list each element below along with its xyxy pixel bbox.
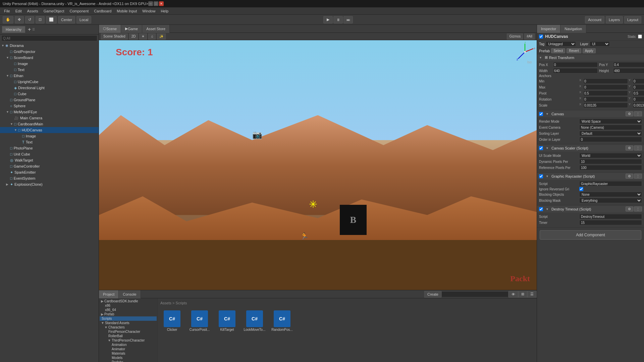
asset-cursorposit[interactable]: C# CursorPosit... bbox=[188, 310, 211, 331]
create-button[interactable]: Create bbox=[424, 291, 441, 298]
proj-cardboardsdk[interactable]: ▶ CardboardSDK.bundle bbox=[100, 299, 157, 303]
destroy-more-btn[interactable]: ⋮ bbox=[634, 206, 642, 212]
hier-text[interactable]: □ Text bbox=[0, 67, 99, 73]
proj-thirdpersonchar[interactable]: ▼ThirdPersonCharacter bbox=[100, 338, 157, 343]
hier-cardboardmain[interactable]: ▼ □ CardboardMain bbox=[0, 121, 99, 127]
move-tool-button[interactable]: ✥ bbox=[15, 16, 24, 23]
hier-photoplane[interactable]: □ PhotoPlane bbox=[0, 145, 99, 151]
hierarchy-add-button[interactable]: + bbox=[28, 26, 31, 33]
raycaster-script-input[interactable] bbox=[579, 181, 642, 186]
scaler-script-button[interactable]: ⚙ bbox=[626, 145, 633, 150]
hier-image[interactable]: □ Image bbox=[0, 61, 99, 67]
layers-button[interactable]: Layers bbox=[606, 16, 623, 23]
layout-button[interactable]: Layout bbox=[624, 16, 641, 23]
hier-gamecontroller[interactable]: □ GameController bbox=[0, 163, 99, 169]
pos-y-input[interactable] bbox=[613, 62, 644, 67]
scene-view[interactable]: Score: 1 📷 ✳ B 🏃 bbox=[99, 40, 537, 290]
width-input[interactable] bbox=[553, 68, 598, 73]
asset-lookmoveto[interactable]: C# LookMoveTo... bbox=[243, 310, 266, 331]
options-small-button[interactable]: ☰ bbox=[527, 291, 537, 298]
proj-materials[interactable]: Materials bbox=[100, 351, 157, 356]
proj-standardassets[interactable]: ▼ Standard Assets bbox=[100, 321, 157, 325]
menu-help[interactable]: Help bbox=[158, 8, 171, 14]
project-tab[interactable]: Project bbox=[99, 290, 119, 298]
graphic-raycaster-header[interactable]: ▼ Graphic Raycaster (Script) ⚙ ⋮ bbox=[537, 173, 644, 180]
account-button[interactable]: Account bbox=[585, 16, 604, 23]
proj-prefab[interactable]: ▶ Prefab bbox=[100, 312, 157, 316]
proj-x86-64[interactable]: x86_64 bbox=[100, 308, 157, 312]
inspector-tab[interactable]: Inspector bbox=[537, 25, 560, 33]
layout-small-button[interactable]: ⊞ bbox=[518, 291, 527, 298]
raycaster-enabled[interactable] bbox=[539, 174, 543, 178]
pivot-x-input[interactable] bbox=[583, 90, 628, 96]
scale-y-input[interactable] bbox=[633, 103, 644, 108]
select-button[interactable]: Select bbox=[551, 48, 565, 53]
hier-uprightcube[interactable]: □ UprightCube bbox=[0, 79, 99, 85]
fx-button[interactable]: ✨ bbox=[157, 34, 166, 40]
2d-button[interactable]: 2D bbox=[129, 34, 138, 40]
hier-ethan[interactable]: ▼ □ Ethan bbox=[0, 73, 99, 79]
scene-tab[interactable]: ⬡ Scene bbox=[99, 25, 121, 33]
hier-maincamera[interactable]: 🎥 Main Camera bbox=[0, 115, 99, 121]
render-mode-dropdown[interactable]: World Space bbox=[579, 119, 642, 124]
proj-models[interactable]: Models bbox=[100, 356, 157, 360]
play-button[interactable]: ▶ bbox=[323, 16, 333, 23]
gizmos-button[interactable]: Gizmos bbox=[507, 34, 523, 40]
rect-transform-header[interactable]: ▼ ⊞ Rect Transform bbox=[537, 54, 644, 61]
revert-button[interactable]: Revert bbox=[567, 48, 581, 53]
rotate-tool-button[interactable]: ↺ bbox=[25, 16, 34, 23]
hier-text2[interactable]: T Text bbox=[0, 139, 99, 145]
menu-cardboard[interactable]: Cardboard bbox=[91, 8, 114, 14]
close-button[interactable]: ✕ bbox=[159, 1, 164, 6]
menu-mobile-input[interactable]: Mobile Input bbox=[114, 8, 140, 14]
console-tab[interactable]: Console bbox=[119, 290, 141, 298]
add-component-button[interactable]: Add Component bbox=[540, 230, 641, 240]
layer-dropdown[interactable]: UI bbox=[590, 41, 610, 47]
proj-scripts[interactable]: Scripts bbox=[100, 316, 157, 321]
blocking-objects-dropdown[interactable]: None bbox=[579, 192, 642, 197]
local-button[interactable]: Local bbox=[76, 16, 91, 23]
ref-pixels-input[interactable] bbox=[579, 165, 642, 170]
static-checkbox[interactable] bbox=[638, 35, 642, 39]
order-input[interactable] bbox=[579, 137, 642, 142]
canvas-more-button[interactable]: ⋮ bbox=[634, 111, 642, 116]
proj-animation[interactable]: Animation bbox=[100, 343, 157, 347]
proj-prefabs[interactable]: Prefabs bbox=[100, 360, 157, 362]
hier-gridprojector[interactable]: □ GridProjector bbox=[0, 49, 99, 55]
hier-scoreboard[interactable]: ▼ □ ScoreBoard bbox=[0, 55, 99, 61]
hier-sphere[interactable]: ○ Sphere bbox=[0, 103, 99, 109]
minimize-button[interactable]: ─ bbox=[148, 1, 153, 6]
raycaster-script-btn[interactable]: ⚙ bbox=[626, 174, 633, 179]
hier-walktarget[interactable]: ◎ WalkTarget bbox=[0, 157, 99, 163]
navigation-tab[interactable]: Navigation bbox=[560, 25, 586, 33]
apply-button[interactable]: Apply bbox=[583, 48, 596, 53]
scale-tool-button[interactable]: ⊡ bbox=[36, 16, 45, 23]
proj-x86[interactable]: x86 bbox=[100, 303, 157, 308]
max-y-input[interactable] bbox=[633, 84, 644, 90]
step-button[interactable]: ⏭ bbox=[343, 16, 353, 23]
game-tab[interactable]: ▶ Game bbox=[121, 25, 142, 33]
proj-characters[interactable]: ▼ Characters bbox=[100, 325, 157, 329]
proj-animator[interactable]: Animator bbox=[100, 347, 157, 351]
hierarchy-tab[interactable]: Hierarchy bbox=[2, 26, 25, 33]
asset-store-tab[interactable]: Asset Store bbox=[142, 25, 170, 33]
rot-y-input[interactable] bbox=[633, 97, 644, 102]
destroy-timeout-header[interactable]: ▼ Destroy Timeout (Script) ⚙ ⋮ bbox=[537, 205, 644, 213]
hier-groundplane[interactable]: □ GroundPlane bbox=[0, 97, 99, 103]
max-x-input[interactable] bbox=[583, 84, 628, 90]
min-y-input[interactable] bbox=[633, 78, 644, 84]
hier-sparkemitter[interactable]: ✦ SparkEmitter bbox=[0, 169, 99, 175]
dyn-pixels-input[interactable] bbox=[579, 159, 642, 164]
canvas-header[interactable]: ▼ Canvas ⚙ ⋮ bbox=[537, 110, 644, 117]
hierarchy-search-input[interactable] bbox=[1, 35, 97, 41]
menu-gameobject[interactable]: GameObject bbox=[41, 8, 67, 14]
scaler-more-button[interactable]: ⋮ bbox=[634, 145, 642, 150]
proj-rollerball[interactable]: RollerBall bbox=[100, 334, 157, 338]
asset-randompos[interactable]: C# RandomPos... bbox=[270, 310, 294, 331]
shaded-dropdown[interactable]: Scene Shaded bbox=[101, 34, 128, 40]
pivot-y-input[interactable] bbox=[633, 90, 644, 96]
height-input[interactable] bbox=[613, 68, 644, 73]
canvas-scaler-enabled[interactable] bbox=[539, 146, 543, 150]
asset-killtarget[interactable]: C# KillTarget bbox=[215, 310, 239, 331]
ignore-reversed-checkbox[interactable] bbox=[579, 187, 583, 191]
